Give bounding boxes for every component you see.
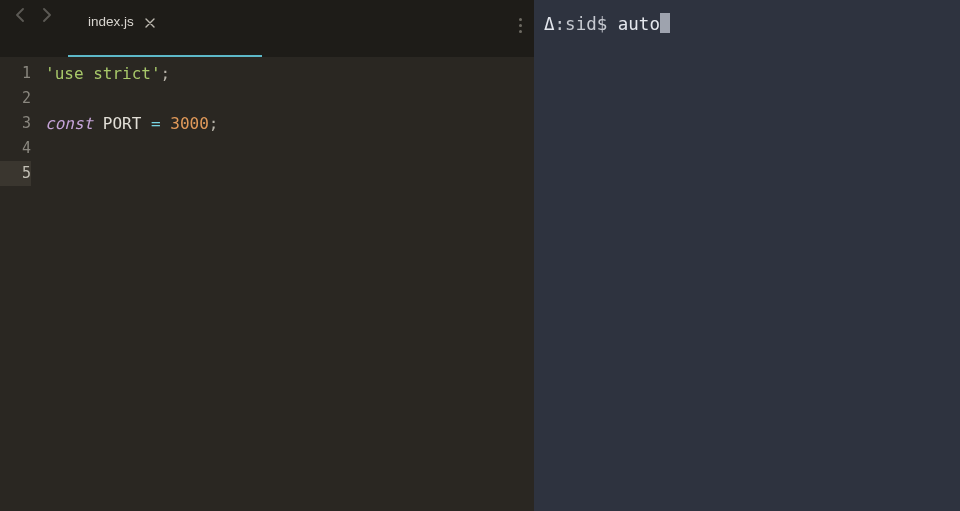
tab-active-indicator	[68, 55, 262, 57]
line-number-gutter: 1 2 3 4 5	[0, 61, 41, 511]
code-line: const PORT = 3000;	[45, 111, 534, 136]
operator-token: =	[151, 114, 161, 133]
prompt-path: sid	[565, 14, 597, 34]
editor-body[interactable]: 1 2 3 4 5 'use strict'; const PORT = 300…	[0, 57, 534, 511]
tab-bar: index.js	[0, 0, 534, 57]
code-line: 'use strict';	[45, 61, 534, 86]
line-number: 4	[0, 136, 31, 161]
terminal-pane[interactable]: Δ:sid$ auto	[534, 0, 960, 511]
code-area[interactable]: 'use strict'; const PORT = 3000;	[41, 61, 534, 511]
line-number: 2	[0, 86, 31, 111]
keyword-token: const	[45, 114, 93, 133]
terminal-command: auto	[618, 14, 660, 34]
code-line	[45, 161, 534, 186]
code-line	[45, 86, 534, 111]
terminal-line: Δ:sid$ auto	[544, 12, 950, 36]
number-token: 3000	[161, 114, 209, 133]
prompt-dollar: $	[597, 14, 618, 34]
line-number: 5	[0, 161, 31, 186]
identifier-token: PORT	[93, 114, 151, 133]
prompt-symbol: Δ	[544, 14, 555, 34]
tab-label: index.js	[88, 14, 134, 29]
nav-back-icon[interactable]	[12, 8, 26, 22]
nav-arrows	[0, 0, 60, 22]
prompt-colon: :	[555, 14, 566, 34]
line-number: 1	[0, 61, 31, 86]
nav-forward-icon[interactable]	[40, 8, 54, 22]
editor-pane: index.js 1 2 3 4 5 'use strict'; const P…	[0, 0, 534, 511]
more-menu-icon[interactable]	[519, 18, 522, 33]
code-line	[45, 136, 534, 161]
terminal-cursor	[660, 13, 670, 33]
punct-token: ;	[161, 64, 171, 83]
string-token: 'use strict'	[45, 64, 161, 83]
punct-token: ;	[209, 114, 219, 133]
line-number: 3	[0, 111, 31, 136]
tab-index-js[interactable]: index.js	[66, 0, 166, 57]
close-icon[interactable]	[142, 15, 158, 31]
